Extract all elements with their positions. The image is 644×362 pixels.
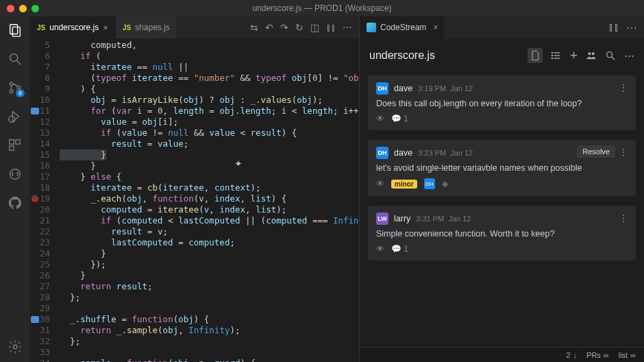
user-name: larry — [394, 214, 410, 224]
svg-point-19 — [588, 52, 591, 55]
svg-point-18 — [552, 58, 552, 58]
timestamp: 3:31 PM Jan 12 — [416, 215, 471, 223]
team-icon[interactable] — [586, 48, 597, 63]
comment-text: Simple convenience function. Worth it to… — [376, 229, 628, 239]
diamond-icon: ◆ — [442, 179, 448, 189]
codestream-panel: CodeStream × ⫿⫿ ⋯ underscore.js + ⋯ ⋮ DH — [359, 16, 644, 362]
svg-rect-0 — [10, 25, 18, 34]
user-name: dave — [394, 84, 412, 93]
status-count[interactable]: 2 ↓ — [566, 351, 577, 359]
resolve-button[interactable]: Resolve — [577, 145, 615, 158]
user-avatar: LW — [376, 213, 388, 225]
comment-card[interactable]: Resolve ⋮ DH dave 3:23 PM Jan 12 let's a… — [368, 140, 636, 196]
js-file-icon: JS — [123, 24, 131, 32]
split-icon[interactable]: ⫿⫿ — [326, 22, 336, 33]
watch-icon[interactable]: 👁 — [376, 179, 384, 189]
kebab-icon[interactable]: ⋯ — [624, 48, 634, 63]
window-titlebar: underscore.js — PROD1 (Workspace) — [0, 0, 644, 16]
tab-underscore[interactable]: JS underscore.js × — [30, 16, 116, 38]
preview-icon[interactable]: ◫ — [310, 22, 319, 33]
watch-icon[interactable]: 👁 — [376, 114, 384, 123]
codestream-logo-icon — [367, 23, 376, 32]
card-kebab-icon[interactable]: ⋮ — [619, 213, 629, 224]
sync-icon[interactable]: ↻ — [295, 22, 304, 33]
card-kebab-icon[interactable]: ⋮ — [619, 82, 629, 93]
codestream-icon[interactable] — [7, 166, 23, 182]
svg-rect-10 — [10, 146, 14, 150]
activity-bar: 8 — [0, 16, 30, 362]
svg-rect-9 — [16, 140, 20, 144]
svg-point-16 — [552, 52, 552, 53]
svg-point-12 — [13, 345, 17, 349]
list-icon[interactable] — [551, 48, 562, 63]
svg-point-21 — [607, 52, 612, 58]
bug-glyph-icon[interactable]: 🐞 — [30, 193, 40, 204]
scm-badge: 8 — [16, 89, 25, 97]
card-kebab-icon[interactable]: ⋮ — [619, 147, 629, 158]
file-icon[interactable] — [528, 48, 543, 63]
svg-rect-8 — [10, 140, 14, 144]
svg-line-3 — [17, 61, 21, 65]
codestream-tab[interactable]: CodeStream × — [360, 16, 445, 38]
code-editor[interactable]: 🐞 56789101112131415161718192021222324252… — [30, 38, 359, 362]
editor-pane: JS underscore.js × JS shapes.js ⇆ ↶ ↷ ↻ … — [30, 16, 359, 362]
comment-card[interactable]: ⋮ LW larry 3:31 PM Jan 12 Simple conveni… — [368, 206, 636, 261]
more-icon[interactable]: ⋯ — [343, 22, 352, 33]
comment-glyph-icon[interactable] — [31, 108, 39, 114]
user-avatar: DH — [376, 147, 388, 159]
js-file-icon: JS — [37, 24, 45, 32]
timestamp: 3:19 PM Jan 12 — [418, 84, 473, 93]
tab-bar: JS underscore.js × JS shapes.js ⇆ ↶ ↷ ↻ … — [30, 16, 359, 38]
codestream-statusbar: 2 ↓ PRs ∞ list ∞ — [360, 347, 644, 362]
svg-line-22 — [612, 57, 615, 60]
editor-actions: ⇆ ↶ ↷ ↻ ◫ ⫿⫿ ⋯ — [250, 16, 359, 38]
codestream-tab-label: CodeStream — [380, 23, 426, 32]
status-list[interactable]: list ∞ — [619, 351, 636, 359]
svg-point-17 — [552, 55, 552, 56]
comment-text: Does this call obj.length on every itera… — [376, 99, 628, 108]
split-icon[interactable]: ⫿⫿ — [608, 21, 619, 34]
comment-text: let's avoid single-letter variavble name… — [376, 163, 628, 173]
tab-label: underscore.js — [49, 23, 99, 32]
user-avatar: DH — [376, 82, 388, 95]
status-prs[interactable]: PRs ∞ — [586, 351, 609, 359]
scm-icon[interactable]: 8 — [7, 80, 23, 96]
comment-card[interactable]: ⋮ DH dave 3:19 PM Jan 12 Does this call … — [368, 75, 636, 130]
add-icon[interactable]: + — [570, 48, 578, 63]
debug-icon[interactable] — [7, 108, 23, 125]
reply-count[interactable]: 💬 1 — [391, 114, 408, 123]
more-icon[interactable]: ⋯ — [626, 21, 637, 34]
search-icon[interactable] — [605, 48, 616, 63]
tab-label: shapes.js — [135, 23, 170, 32]
assignee-avatar: DH — [424, 178, 435, 189]
svg-point-20 — [592, 52, 595, 55]
settings-icon[interactable] — [7, 339, 23, 355]
codestream-heading: underscore.js — [369, 49, 435, 62]
extensions-icon[interactable] — [7, 137, 23, 154]
tab-shapes[interactable]: JS shapes.js — [116, 16, 177, 38]
reply-count[interactable]: 💬 1 — [391, 244, 408, 254]
nav-fwd-icon[interactable]: ↷ — [280, 22, 288, 33]
mouse-cursor-icon: ⌖ — [236, 158, 241, 169]
svg-point-7 — [9, 116, 15, 122]
tab-close-icon[interactable]: × — [433, 23, 438, 32]
compare-icon[interactable]: ⇆ — [250, 22, 258, 33]
tab-close-icon[interactable]: × — [103, 23, 108, 33]
github-icon[interactable] — [7, 195, 23, 211]
window-title: underscore.js — PROD1 (Workspace) — [0, 3, 644, 13]
nav-back-icon[interactable]: ↶ — [265, 22, 273, 33]
svg-point-5 — [10, 90, 13, 93]
timestamp: 3:23 PM Jan 12 — [418, 149, 473, 157]
svg-point-4 — [10, 82, 13, 86]
comment-glyph-icon[interactable] — [31, 316, 39, 323]
svg-rect-1 — [12, 27, 20, 36]
tag-badge: minor — [391, 180, 417, 189]
watch-icon[interactable]: 👁 — [376, 244, 384, 254]
explorer-icon[interactable] — [7, 22, 23, 38]
user-name: dave — [394, 148, 412, 158]
svg-point-2 — [10, 54, 18, 62]
search-icon[interactable] — [7, 51, 23, 67]
